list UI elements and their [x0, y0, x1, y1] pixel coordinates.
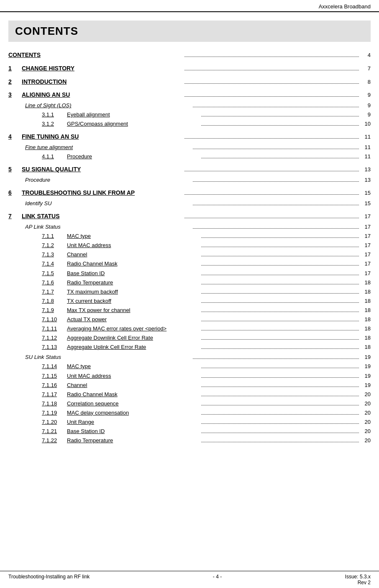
toc-label[interactable]: INTRODUCTION: [22, 77, 67, 87]
toc-label[interactable]: Eyeball alignment: [67, 110, 110, 119]
toc-item: 7.1.3Channel17: [8, 250, 371, 259]
toc-label[interactable]: Unit MAC address: [67, 241, 111, 250]
toc-label[interactable]: Channel: [67, 250, 87, 259]
toc-label[interactable]: Max TX power for channel: [67, 306, 131, 315]
toc-link[interactable]: Base Station ID: [67, 428, 105, 434]
toc-dots: [184, 138, 359, 139]
toc-link[interactable]: TROUBLESHOOTING SU LINK FROM AP: [22, 189, 135, 196]
toc-label[interactable]: Base Station ID: [67, 269, 105, 278]
toc-link[interactable]: Radio Channel Mask: [67, 260, 118, 267]
toc-label[interactable]: FINE TUNING AN SU: [22, 132, 79, 142]
toc-item: 7.1.14MAC type19: [8, 362, 371, 371]
toc-page-number: 17: [361, 269, 371, 278]
toc-number: 7.1.18: [42, 399, 65, 408]
toc-label[interactable]: Aggregate Uplink Cell Error Rate: [67, 343, 146, 352]
toc-page-number: 11: [361, 132, 371, 142]
toc-page-number: 4: [361, 51, 371, 60]
toc-number: 7.1.13: [42, 343, 65, 352]
toc-item: 7.1.13Aggregate Uplink Cell Error Rate18: [8, 343, 371, 352]
toc-link[interactable]: Base Station ID: [67, 270, 105, 276]
toc-label[interactable]: TROUBLESHOOTING SU LINK FROM AP: [22, 188, 135, 198]
toc-link[interactable]: CONTENTS: [8, 52, 41, 58]
toc-link[interactable]: SU SIGNAL QUALITY: [22, 166, 81, 173]
toc-link[interactable]: Fine tune alignment: [25, 144, 73, 150]
toc-label[interactable]: MAC type: [67, 362, 91, 371]
page-title: CONTENTS: [15, 25, 364, 38]
toc-number: 7.1.1: [42, 232, 65, 241]
toc-label[interactable]: ALIGNING AN SU: [22, 90, 70, 100]
toc-link[interactable]: INTRODUCTION: [22, 78, 67, 85]
toc-link[interactable]: Procedure: [67, 153, 92, 160]
toc-dots: [184, 218, 359, 218]
toc-label[interactable]: Unit MAC address: [67, 371, 111, 381]
toc-link[interactable]: Aggregate Uplink Cell Error Rate: [67, 344, 146, 350]
toc-dots: [201, 339, 359, 340]
toc-page-number: 20: [361, 390, 371, 399]
toc-link[interactable]: TX maximum backoff: [67, 289, 118, 295]
toc-label[interactable]: Averaging MAC error rates over <period>: [67, 324, 166, 333]
toc-link[interactable]: Correlation sequence: [67, 400, 119, 407]
toc-link[interactable]: Actual TX power: [67, 316, 107, 322]
toc-number: 7.1.19: [42, 408, 65, 418]
toc-link[interactable]: CHANGE HISTORY: [22, 65, 74, 72]
toc-item: SU Link Status19: [8, 353, 371, 362]
toc-container: CONTENTS41CHANGE HISTORY72INTRODUCTION83…: [0, 42, 379, 470]
toc-dots: [201, 414, 359, 415]
toc-link[interactable]: Channel: [67, 382, 87, 388]
toc-label[interactable]: MAC type: [67, 232, 91, 241]
toc-link[interactable]: Unit Range: [67, 419, 94, 425]
toc-link[interactable]: FINE TUNING AN SU: [22, 133, 79, 140]
toc-label[interactable]: MAC delay compensation: [67, 408, 129, 418]
toc-link[interactable]: Eyeball alignment: [67, 111, 110, 118]
toc-link[interactable]: Averaging MAC error rates over <period>: [67, 325, 166, 332]
toc-link[interactable]: Radio Temperature: [67, 437, 113, 444]
toc-link[interactable]: Max TX power for channel: [67, 307, 131, 313]
toc-link[interactable]: MAC delay compensation: [67, 410, 129, 416]
toc-link[interactable]: TX current backoff: [67, 298, 111, 304]
toc-link[interactable]: Unit MAC address: [67, 373, 111, 379]
toc-label[interactable]: Base Station ID: [67, 427, 105, 436]
toc-link[interactable]: MAC type: [67, 233, 91, 239]
toc-label[interactable]: LINK STATUS: [22, 211, 59, 222]
toc-page-number: 8: [361, 77, 371, 87]
toc-label[interactable]: Actual TX power: [67, 315, 107, 324]
toc-label[interactable]: CONTENTS: [8, 50, 41, 60]
toc-label[interactable]: Aggregate Downlink Cell Error Rate: [67, 333, 153, 343]
toc-link[interactable]: LINK STATUS: [22, 213, 59, 219]
toc-dots: [201, 442, 359, 442]
toc-dots: [201, 321, 359, 321]
toc-page-number: 17: [361, 222, 371, 232]
toc-number: 3.1.1: [42, 110, 65, 119]
toc-label[interactable]: GPS/Compass alignment: [67, 119, 128, 129]
toc-label[interactable]: Fine tune alignment: [25, 143, 73, 152]
toc-label[interactable]: Line of Sight (LOS): [25, 101, 72, 110]
toc-link[interactable]: MAC type: [67, 363, 91, 369]
toc-label[interactable]: Radio Channel Mask: [67, 259, 118, 268]
toc-link[interactable]: Radio Temperature: [67, 279, 113, 286]
toc-label[interactable]: Procedure: [67, 152, 92, 161]
toc-link[interactable]: ALIGNING AN SU: [22, 91, 70, 98]
toc-label[interactable]: Correlation sequence: [67, 399, 119, 408]
toc-item: 7.1.8TX current backoff18: [8, 297, 371, 306]
toc-label[interactable]: Radio Temperature: [67, 436, 113, 445]
toc-link[interactable]: GPS/Compass alignment: [67, 121, 128, 127]
toc-label[interactable]: CHANGE HISTORY: [22, 64, 74, 74]
toc-link[interactable]: Line of Sight (LOS): [25, 102, 72, 108]
toc-label[interactable]: Channel: [67, 381, 87, 390]
toc-label[interactable]: Radio Channel Mask: [67, 390, 118, 399]
toc-item: 7.1.12Aggregate Downlink Cell Error Rate…: [8, 333, 371, 343]
toc-link[interactable]: Radio Channel Mask: [67, 391, 118, 397]
toc-dots: [193, 205, 359, 205]
toc-item: 7.1.18Correlation sequence20: [8, 399, 371, 408]
toc-link[interactable]: Aggregate Downlink Cell Error Rate: [67, 335, 153, 341]
toc-link[interactable]: Channel: [67, 251, 87, 258]
footer-right: Issue: 5.3.x Rev 2: [345, 574, 371, 585]
toc-label[interactable]: Unit Range: [67, 418, 94, 427]
toc-dots: [201, 293, 359, 294]
toc-link[interactable]: Unit MAC address: [67, 242, 111, 248]
toc-number: 7.1.15: [42, 371, 65, 381]
toc-label[interactable]: TX current backoff: [67, 297, 111, 306]
toc-label[interactable]: TX maximum backoff: [67, 287, 118, 297]
toc-label[interactable]: Radio Temperature: [67, 278, 113, 287]
toc-label[interactable]: SU SIGNAL QUALITY: [22, 165, 81, 175]
